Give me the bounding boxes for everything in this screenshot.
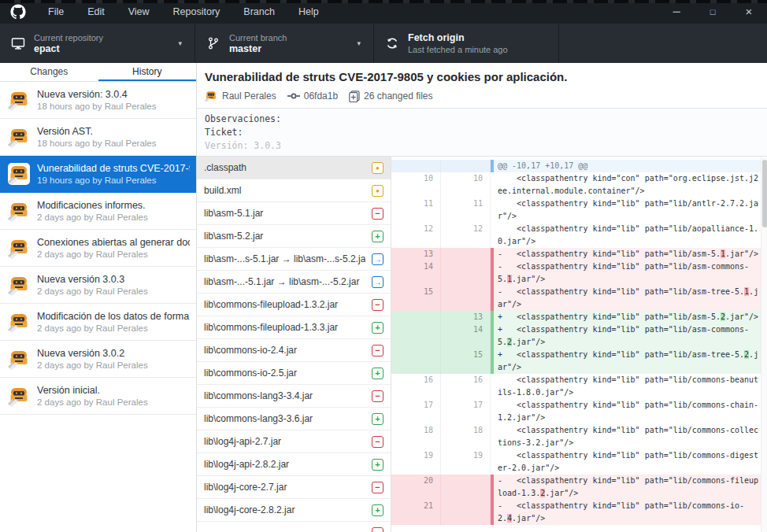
file-row[interactable]: lib\commons-fileupload-1.3.2.jar−	[197, 294, 391, 316]
deleted-icon: −	[372, 527, 384, 532]
file-name: lib\asm-5.1.jar	[204, 208, 365, 219]
file-row[interactable]: lib\asm-...s-5.1.jar → lib\asm-...s-5.2.…	[197, 248, 391, 271]
window-controls: ─ □ ×	[658, 0, 767, 24]
commit-meta: 18 hours ago by Raul Perales	[37, 101, 157, 113]
commit-row[interactable]: Nueva versión 3.0.22 days ago by Raul Pe…	[0, 341, 196, 378]
file-name: lib\log4j-core-2.7.jar	[204, 482, 365, 493]
file-name-renamed: lib\asm-...s-5.1.jar → lib\asm-...s-5.2.…	[204, 253, 365, 264]
diff-scrollbar[interactable]	[761, 157, 767, 532]
file-name: lib\log4j-api-2.7.jar	[204, 436, 365, 447]
tab-changes[interactable]: Changes	[0, 63, 98, 81]
file-name: lib\commons-fileupload-1.3.3.jar	[204, 322, 365, 333]
commit-meta: 18 hours ago by Raul Perales	[37, 138, 157, 150]
avatar	[8, 311, 30, 333]
current-repository-button[interactable]: Current repository epact ▾	[0, 24, 195, 63]
avatar	[8, 385, 30, 407]
deleted-icon: −	[372, 345, 384, 357]
commit-row[interactable]: Nueva versión: 3.0.418 hours ago by Raul…	[0, 82, 196, 119]
added-icon: +	[372, 368, 384, 379]
close-button[interactable]: ×	[731, 0, 767, 24]
file-row[interactable]: lib\commons-io-2.5.jar+	[197, 362, 391, 385]
diff-line-deleted: 15- <classpathentry kind="lib" path="lib…	[391, 286, 761, 311]
scrollbar-thumb[interactable]	[762, 160, 767, 227]
commit-meta: 2 days ago by Raul Perales	[37, 212, 148, 224]
deleted-icon: −	[372, 436, 384, 448]
file-row[interactable]: lib\asm-5.1.jar−	[197, 202, 391, 225]
diff-line-deleted: 20- <classpathentry kind="lib" path="lib…	[391, 475, 761, 500]
diff-line-context: 1010 <classpathentry kind="con" path="or…	[391, 172, 761, 198]
diff-hunk-header: @@ -10,17 +10,17 @@	[391, 160, 761, 172]
commit-description: Observaciones: Ticket: Versión: 3.0.3	[197, 109, 767, 157]
menu-repository[interactable]: Repository	[161, 0, 232, 24]
commit-title: Nueva versión 3.0.2	[37, 347, 148, 360]
commit-header: Vunerabilidad de struts CVE-2017-9805 y …	[197, 63, 767, 109]
description-line: Ticket:	[205, 126, 759, 139]
commit-row[interactable]: Versión inicial.2 days ago by Raul Peral…	[0, 378, 196, 415]
sidebar: Changes History Nueva versión: 3.0.418 h…	[0, 63, 197, 532]
file-name: .classpath	[204, 162, 365, 173]
commit-row[interactable]: Modificaciones informes.2 days ago by Ra…	[0, 193, 196, 230]
commit-meta: 2 days ago by Raul Perales	[37, 323, 190, 334]
toolbar: Current repository epact ▾ Current branc…	[0, 24, 767, 63]
menu-edit[interactable]: Edit	[76, 0, 117, 24]
current-branch-button[interactable]: Current branch master ▾	[195, 24, 374, 63]
chevron-down-icon: ▾	[178, 39, 187, 47]
commit-row[interactable]: Versión AST.18 hours ago by Raul Perales	[0, 119, 196, 156]
branch-icon	[206, 36, 220, 50]
commit-sha[interactable]: 06fda1b	[304, 91, 338, 102]
diff-lines: @@ -10,17 +10,17 @@ 1010 <classpathentry…	[391, 160, 761, 525]
fetch-origin-button[interactable]: Fetch origin Last fetched a minute ago	[374, 24, 559, 63]
file-row[interactable]: lib\asm-5.2.jar+	[197, 225, 391, 248]
file-row[interactable]: lib\log4j-api-2.8.2.jar+	[197, 453, 391, 476]
deleted-icon: −	[372, 390, 384, 402]
commit-row[interactable]: Nueva versión 3.0.32 days ago by Raul Pe…	[0, 267, 196, 304]
main-panel: Vunerabilidad de struts CVE-2017-9805 y …	[197, 63, 767, 532]
commit-title: Modificación de los datos de forma...	[37, 310, 190, 323]
commit-meta: 2 days ago by Raul Perales	[37, 360, 148, 371]
description-line-faded: Versión: 3.0.3	[205, 139, 759, 153]
renamed-icon: →	[372, 253, 384, 265]
menu-view[interactable]: View	[117, 0, 161, 24]
file-row[interactable]: lib\asm-...-5.1.jar → lib\asm-...-5.2.ja…	[197, 271, 391, 294]
menu-branch[interactable]: Branch	[232, 0, 287, 24]
avatar	[8, 163, 30, 185]
file-name: lib\commons-lang3-3.4.jar	[204, 390, 365, 401]
diff-line-context: 1111 <classpathentry kind="lib" path="li…	[391, 198, 761, 223]
repository-monitor-icon	[11, 36, 25, 50]
menu-help[interactable]: Help	[287, 0, 331, 24]
commit-row[interactable]: Conexiones abiertas al generar doc...2 d…	[0, 230, 196, 267]
file-row[interactable]: −	[197, 522, 391, 532]
added-icon: +	[372, 231, 384, 242]
file-row[interactable]: lib\commons-lang3-3.4.jar−	[197, 385, 391, 408]
file-row[interactable]: lib\log4j-core-2.7.jar−	[197, 476, 391, 499]
file-name: lib\asm-5.2.jar	[204, 231, 365, 242]
deleted-icon: −	[372, 482, 384, 493]
commit-title: Nueva versión 3.0.3	[37, 273, 148, 286]
added-icon: +	[372, 413, 384, 425]
file-name: lib\commons-io-2.4.jar	[204, 345, 365, 356]
file-row[interactable]: lib\log4j-core-2.8.2.jar+	[197, 499, 391, 522]
file-row[interactable]: lib\commons-fileupload-1.3.3.jar+	[197, 316, 391, 339]
file-row[interactable]: .classpath●	[197, 157, 391, 179]
file-row[interactable]: lib\log4j-api-2.7.jar−	[197, 430, 391, 453]
maximize-button[interactable]: □	[695, 0, 731, 24]
fetch-title: Fetch origin	[408, 32, 508, 44]
file-name: build.xml	[204, 185, 365, 196]
diff-line-context: 1717 <classpathentry kind="lib" path="li…	[391, 399, 761, 424]
avatar	[8, 348, 30, 370]
description-line: Observaciones:	[205, 113, 759, 126]
diff-line-deleted: 14- <classpathentry kind="lib" path="lib…	[391, 260, 761, 286]
commit-list: Nueva versión: 3.0.418 hours ago by Raul…	[0, 82, 196, 532]
renamed-icon: →	[372, 276, 384, 288]
minimize-button[interactable]: ─	[658, 0, 695, 24]
file-name: lib\log4j-api-2.8.2.jar	[204, 459, 365, 470]
file-row[interactable]: build.xml●	[197, 179, 391, 202]
deleted-icon: −	[372, 299, 384, 311]
file-row[interactable]: lib\commons-lang3-3.6.jar+	[197, 408, 391, 430]
file-row[interactable]: lib\commons-io-2.4.jar−	[197, 339, 391, 362]
commit-row[interactable]: Modificación de los datos de forma...2 d…	[0, 304, 196, 341]
menu-file[interactable]: File	[36, 0, 76, 24]
tab-history[interactable]: History	[98, 63, 197, 81]
commit-title: Versión inicial.	[37, 384, 148, 397]
commit-row-selected[interactable]: Vunerabilidad de struts CVE-2017-9..19 h…	[0, 156, 196, 193]
